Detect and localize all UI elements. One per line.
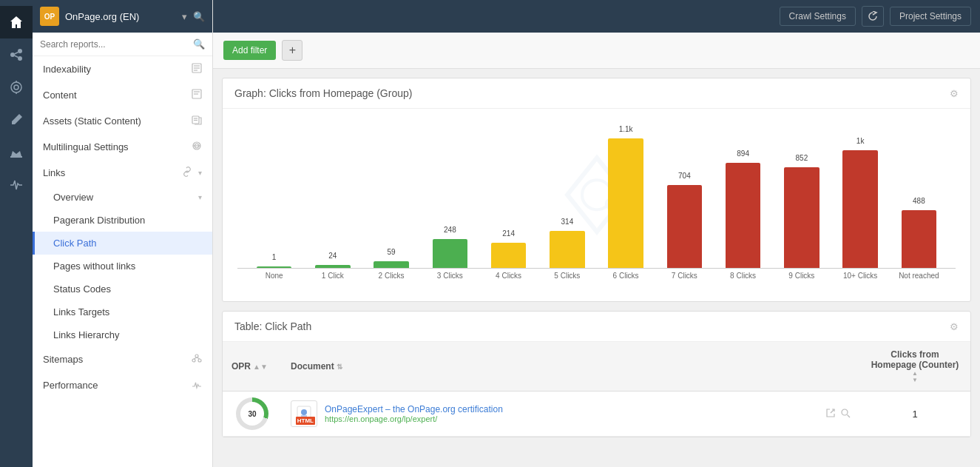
project-dropdown-icon[interactable]: ▾ [182,11,187,22]
sidebar-section-main: Indexability Content Assets (Static Cont… [33,56,212,398]
doc-sort-icon: ⇅ [337,363,342,371]
svg-line-4 [15,56,18,58]
overview-expand-icon: ▾ [198,193,202,201]
chart-x-label: None [245,269,303,280]
chart-bars: 124592482143141.1k7048948521k488 [237,121,956,269]
sidebar-sub-pagerank[interactable]: Pagerank Distribution [33,209,212,232]
sidebar-item-performance[interactable]: Performance [33,372,212,398]
col-opr-header[interactable]: OPR ▲▼ [223,354,282,379]
main: Crawl Settings Project Settings Add filt… [213,0,980,467]
chart-bar-group: 248 [421,239,479,268]
performance-icon [192,379,202,392]
sidebar-sub-status-codes[interactable]: Status Codes [33,278,212,300]
chart-bar-group: 314 [538,231,596,268]
links-chevron-icon: ▾ [198,169,202,177]
chart-bar[interactable]: 1 [257,266,292,268]
icon-bar-edit[interactable] [0,104,33,136]
icon-bar-crown[interactable] [0,136,33,169]
chart-x-label: 3 Clicks [421,269,479,280]
overview-label: Overview [53,192,93,203]
chart-bar[interactable]: 59 [374,261,409,268]
chart-bar[interactable]: 314 [550,231,585,268]
svg-point-6 [14,85,18,90]
project-settings-button[interactable]: Project Settings [890,7,971,26]
chart-x-labels: None1 Click2 Clicks3 Clicks4 Clicks5 Cli… [237,269,956,280]
doc-icon: HTML [291,400,317,427]
pages-without-links-label: Pages without links [53,261,135,272]
graph-title: Graph: Clicks from Homepage (Group) [234,87,412,99]
sidebar-search-icon[interactable]: 🔍 [193,11,205,22]
sidebar-item-sitemaps[interactable]: Sitemaps [33,346,212,372]
doc-html-badge: HTML [296,417,315,425]
sidebar-header: OP OnPage.org (EN) ▾ 🔍 [33,0,212,33]
sidebar-sub-overview[interactable]: Overview ▾ [33,186,212,209]
chart-bar[interactable]: 488 [902,210,937,268]
chart-bar-group: 894 [714,163,772,268]
project-logo: OP [40,7,59,26]
icon-bar-target[interactable] [0,71,33,104]
refresh-button[interactable] [862,6,884,27]
sidebar-sub-pages-without-links[interactable]: Pages without links [33,255,212,278]
chart-x-label: 4 Clicks [479,269,538,280]
add-filter-button[interactable]: Add filter [223,41,276,60]
icon-bar-home[interactable] [0,6,33,38]
content-area: Graph: Clicks from Homepage (Group) ⚙ On… [213,69,980,467]
opr-gauge: 30 [236,397,268,430]
sidebar-sub-clickpath[interactable]: Click Path [33,232,212,255]
chart-bar[interactable]: 24 [315,265,351,268]
chart-bar-group: 488 [890,210,948,268]
chart-bar-group: 704 [655,185,714,268]
add-filter-plus-button[interactable]: + [282,40,303,61]
search-doc-icon[interactable] [840,408,851,420]
svg-point-23 [198,359,201,362]
icon-bar-pulse[interactable] [0,169,33,201]
chart-bar-count: 852 [796,154,808,162]
search-input[interactable] [40,39,189,50]
icon-bar-analytics[interactable] [0,38,33,71]
sidebar-item-links[interactable]: Links ▾ [33,160,212,186]
chart-x-label: 10+ Clicks [831,269,890,280]
sidebar-item-assets[interactable]: Assets (Static Content) [33,108,212,134]
sidebar-sub-links-targets[interactable]: Links Targets [33,300,212,323]
chart-bar[interactable]: 248 [433,239,468,268]
svg-line-33 [848,414,851,417]
doc-url[interactable]: https://en.onpage.org/lp/expert/ [325,414,818,423]
clicks-sort-arrows[interactable]: ▲ ▼ [868,370,962,383]
chart-bar[interactable]: 1.1k [608,138,643,268]
sidebar-item-multilingual[interactable]: Multilingual Settings [33,134,212,160]
chart-x-label: 6 Clicks [597,269,655,280]
col-doc-header[interactable]: Document ⇅ [282,354,859,379]
doc-title[interactable]: OnPageExpert – the OnPage.org certificat… [325,404,818,414]
external-link-icon[interactable] [825,408,836,420]
cell-clicks: 1 [859,403,970,426]
chart-bar[interactable]: 894 [726,163,761,268]
clickpath-label: Click Path [53,238,97,249]
filter-bar: Add filter + [213,33,980,69]
chart-x-label: 9 Clicks [772,269,831,280]
crawl-settings-button[interactable]: Crawl Settings [780,7,856,26]
chart-bar-group: 24 [303,265,362,268]
chart-bar-group: 1 [245,266,303,268]
chart-bar-group: 1.1k [597,138,655,268]
svg-line-24 [194,357,197,359]
status-codes-label: Status Codes [53,283,111,295]
sidebar-item-content[interactable]: Content [33,82,212,108]
sidebar-sub-links-hierarchy[interactable]: Links Hierarchy [33,323,212,346]
graph-settings-icon[interactable]: ⚙ [950,88,959,99]
chart-bar[interactable]: 214 [491,243,527,268]
chart-bar-group: 214 [479,243,538,268]
chart-bar-count: 704 [678,172,691,180]
chart-bar-group: 852 [772,167,831,268]
graph-panel-header: Graph: Clicks from Homepage (Group) ⚙ [223,78,970,109]
doc-actions [825,408,851,420]
content-icon [192,89,202,101]
sitemaps-icon [192,353,202,366]
sidebar-item-indexability[interactable]: Indexability [33,56,212,82]
chart-bar[interactable]: 852 [784,167,820,268]
chart-bar[interactable]: 704 [667,185,703,268]
svg-point-5 [11,82,21,93]
chart-bar[interactable]: 1k [842,150,878,268]
icon-bar [0,0,33,467]
table-settings-icon[interactable]: ⚙ [950,321,959,332]
chart-x-label: 8 Clicks [714,269,772,280]
